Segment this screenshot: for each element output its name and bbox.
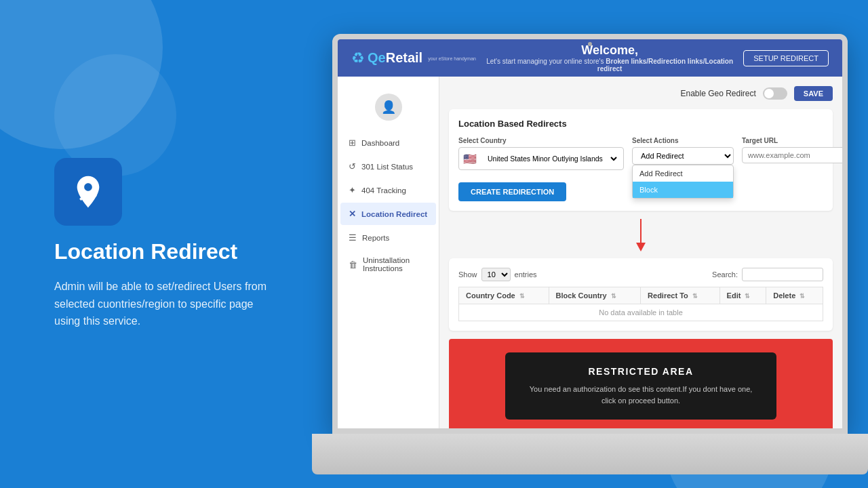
avatar-icon: 👤	[381, 100, 396, 115]
data-table: Country Code ⇅ Block Country ⇅ Redirect …	[458, 287, 823, 321]
sidebar-item-dashboard[interactable]: ⊞ Dashboard	[340, 131, 436, 154]
sidebar-item-label: 301 List Status	[361, 163, 413, 171]
search-label: Search:	[712, 270, 738, 279]
target-url-label: Target URL	[742, 137, 842, 144]
restricted-area-title: RESTRICTED AREA	[526, 366, 756, 377]
search-box: Search:	[712, 268, 823, 281]
app-container: ♻ QeRetail your eStore handyman Welcome,…	[338, 39, 842, 428]
sidebar-item-301-list[interactable]: ↺ 301 List Status	[340, 155, 436, 178]
left-panel-description: Admin will be able to set/redirect Users…	[54, 278, 271, 330]
logo-tagline: your eStore handyman	[428, 56, 476, 61]
app-logo: ♻ QeRetail your eStore handyman	[351, 49, 476, 67]
main-content: Enable Geo Redirect SAVE Location Based …	[439, 77, 842, 428]
actions-dropdown-menu: Add Redirect Block	[632, 165, 734, 199]
select-country-label: Select Country	[458, 137, 624, 144]
uninstall-icon: 🗑	[349, 260, 357, 270]
entries-select[interactable]: 10 25 50	[481, 268, 511, 281]
actions-form-group: Select Actions Add Redirect Block Add Re…	[632, 137, 734, 165]
show-label: Show	[458, 270, 477, 279]
country-select-wrapper: 🇺🇸 United States Minor Outlying Islands …	[458, 147, 624, 170]
geo-toggle-bar: Enable Geo Redirect SAVE	[449, 86, 833, 101]
setup-redirect-button[interactable]: SETUP REDIRECT	[743, 50, 829, 66]
sidebar-item-location-redirect[interactable]: ✕ Location Redirect	[340, 203, 436, 225]
table-section-card: Show 10 25 50 entries Search:	[449, 258, 833, 331]
country-form-group: Select Country 🇺🇸 United States Minor Ou…	[458, 137, 624, 170]
location-section-card: Location Based Redirects Select Country …	[449, 109, 833, 211]
laptop-notch	[588, 42, 592, 46]
restricted-banner: RESTRICTED AREA You need an authorizatio…	[449, 339, 833, 428]
301-icon: ↺	[349, 161, 356, 171]
dashboard-icon: ⊞	[349, 138, 356, 148]
table-header-redirect-to: Redirect To ⇅	[641, 287, 720, 304]
header-welcome-title: Welcome,	[476, 43, 743, 58]
404-icon: ✦	[349, 185, 356, 195]
show-entries: Show 10 25 50 entries	[458, 268, 537, 281]
country-select[interactable]: United States Minor Outlying Islands Uni…	[479, 150, 619, 167]
left-panel-title: Location Redirect	[54, 239, 271, 264]
no-data-cell: No data available in table	[459, 304, 823, 321]
section-title: Location Based Redirects	[458, 119, 823, 129]
sidebar-item-404-tracking[interactable]: ✦ 404 Tracking	[340, 179, 436, 201]
table-header-block-country: Block Country ⇅	[549, 287, 641, 304]
sidebar-item-label: 404 Tracking	[361, 186, 406, 195]
sidebar-item-reports[interactable]: ☰ Reports	[340, 226, 436, 249]
form-row: Select Country 🇺🇸 United States Minor Ou…	[458, 137, 823, 170]
geo-toggle-switch[interactable]	[763, 87, 787, 100]
laptop-wrapper: ♻ QeRetail your eStore handyman Welcome,…	[312, 34, 868, 474]
sidebar-item-uninstall[interactable]: 🗑 Uninstallation Instructions	[340, 250, 436, 279]
sidebar-item-label: Uninstallation Instructions	[363, 256, 428, 272]
target-url-input[interactable]	[742, 147, 842, 163]
dropdown-item-add-redirect[interactable]: Add Redirect	[633, 165, 733, 182]
feature-icon-box	[54, 158, 122, 226]
dropdown-item-block[interactable]: Block	[633, 182, 733, 198]
laptop-base	[312, 434, 868, 474]
reports-icon: ☰	[349, 232, 357, 243]
location-icon: ✕	[349, 209, 356, 219]
save-button[interactable]: SAVE	[794, 86, 833, 101]
table-header-country-code: Country Code ⇅	[459, 287, 549, 304]
sidebar-item-label: Dashboard	[361, 139, 399, 147]
location-redirect-icon	[69, 173, 107, 211]
down-arrow-icon	[634, 219, 648, 253]
table-no-data-row: No data available in table	[459, 304, 823, 321]
header-center: Welcome, Let's start managing your onlin…	[476, 43, 743, 73]
entries-label: entries	[515, 270, 537, 279]
country-flag: 🇺🇸	[463, 152, 477, 165]
header-subtitle: Let's start managing your online store's…	[476, 58, 743, 73]
table-header-delete: Delete ⇅	[766, 287, 823, 304]
logo-text: QeRetail	[368, 50, 422, 66]
toggle-knob	[764, 89, 774, 98]
form-arrow	[449, 219, 833, 256]
app-body: 👤 ⊞ Dashboard ↺ 301 List Status ✦ 404 Tr…	[338, 77, 842, 428]
sidebar-item-label: Location Redirect	[361, 210, 427, 218]
sidebar-item-label: Reports	[362, 234, 389, 242]
geo-toggle-label: Enable Geo Redirect	[680, 89, 755, 98]
sidebar: 👤 ⊞ Dashboard ↺ 301 List Status ✦ 404 Tr…	[338, 77, 439, 428]
left-panel: Location Redirect Admin will be able to …	[27, 0, 298, 488]
restricted-area-message: You need an authorization do see this co…	[526, 384, 756, 406]
actions-select[interactable]: Add Redirect Block	[632, 147, 734, 165]
laptop-screen: ♻ QeRetail your eStore handyman Welcome,…	[332, 34, 848, 434]
table-header-edit: Edit ⇅	[719, 287, 766, 304]
sidebar-avatar-area: 👤	[338, 83, 439, 131]
svg-marker-1	[636, 243, 646, 251]
table-controls: Show 10 25 50 entries Search:	[458, 268, 823, 281]
select-actions-label: Select Actions	[632, 137, 734, 144]
logo-icon: ♻	[351, 49, 365, 67]
create-redirection-button[interactable]: CREATE REDIRECTION	[458, 182, 566, 201]
restricted-box: RESTRICTED AREA You need an authorizatio…	[505, 352, 776, 420]
avatar: 👤	[375, 94, 402, 121]
target-url-form-group: Target URL	[742, 137, 842, 163]
search-input[interactable]	[742, 268, 823, 281]
